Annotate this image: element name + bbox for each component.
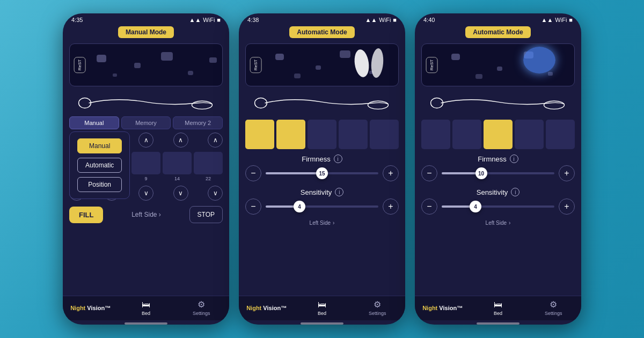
space-scene-1: ReST <box>69 43 223 86</box>
dropdown-manual[interactable]: Manual <box>77 138 122 153</box>
firmness-track-3[interactable]: 10 <box>442 172 554 174</box>
firmness-info-2[interactable]: i <box>334 155 342 163</box>
zones-container-3 <box>421 120 575 149</box>
zone-p3-4 <box>515 120 544 149</box>
bed-icon-3: 🛏 <box>494 300 502 310</box>
left-side-row-3[interactable]: Left Side › <box>415 218 581 228</box>
nav-nightvision-2[interactable]: Night Vision™ <box>239 305 294 311</box>
left-side-1[interactable]: Left Side › <box>107 211 185 218</box>
zone-bar-p2-4 <box>339 120 368 149</box>
zone-bar-p3-5 <box>546 120 575 149</box>
wifi-3: WiFi <box>555 17 567 23</box>
down-arrow-5[interactable]: ∨ <box>208 186 223 201</box>
zone-p2-3 <box>308 120 336 149</box>
bottom-action-1: FILL Left Side › STOP <box>69 206 223 223</box>
zone-bar-p3-4 <box>515 120 544 149</box>
nav-bed-label-3: Bed <box>494 311 502 316</box>
zone-p2-2 <box>276 120 305 149</box>
sensitivity-info-2[interactable]: i <box>335 188 343 196</box>
stop-button[interactable]: STOP <box>189 206 223 223</box>
firmness-info-3[interactable]: i <box>510 155 518 163</box>
battery-3: ■ <box>569 17 573 23</box>
zone-bar-p3-1 <box>421 120 450 149</box>
sensitivity-info-3[interactable]: i <box>511 188 519 196</box>
sensitivity-section-2: Sensitivity i − 4 + <box>245 188 399 215</box>
nav-settings-2[interactable]: ⚙ Settings <box>350 299 405 316</box>
zone-label-4: 14 <box>163 176 192 181</box>
zone-4: 14 <box>163 152 192 181</box>
svg-point-1 <box>192 101 213 109</box>
firmness-plus-2[interactable]: + <box>383 165 399 181</box>
sensitivity-plus-3[interactable]: + <box>559 199 575 215</box>
nav-nightvision-1[interactable]: Night Vision™ <box>63 305 118 311</box>
nav-bed-label-2: Bed <box>318 311 326 316</box>
up-arrow-4[interactable]: ∧ <box>173 133 188 148</box>
time-3: 4:40 <box>423 17 435 23</box>
time-2: 4:38 <box>247 17 259 23</box>
status-icons-1: ▲▲ WiFi ■ <box>189 17 221 23</box>
dropdown-automatic[interactable]: Automatic <box>77 158 122 173</box>
firmness-section-2: Firmness i − 15 + <box>245 155 399 181</box>
firmness-label-3: Firmness i <box>421 155 575 163</box>
zone-5: 22 <box>194 152 223 181</box>
home-indicator-2 <box>301 322 343 325</box>
status-bar-2: 4:38 ▲▲ WiFi ■ <box>239 13 405 24</box>
fill-button[interactable]: FILL <box>69 207 103 223</box>
bottom-nav-1: Night Vision™ 🛏 Bed ⚙ Settings <box>63 296 229 320</box>
bottom-nav-2: Night Vision™ 🛏 Bed ⚙ Settings <box>239 296 405 320</box>
mode-button-1[interactable]: Manual Mode <box>118 26 174 38</box>
left-side-row-2[interactable]: Left Side › <box>239 218 405 228</box>
status-icons-2: ▲▲ WiFi ■ <box>365 17 397 23</box>
zone-p3-1 <box>421 120 450 149</box>
phone-2: 4:38 ▲▲ WiFi ■ Automatic Mode ReST <box>239 13 405 325</box>
nav-bed-1[interactable]: 🛏 Bed <box>118 300 173 316</box>
sensitivity-plus-2[interactable]: + <box>383 199 399 215</box>
zone-bar-4 <box>163 152 192 174</box>
sensitivity-minus-3[interactable]: − <box>421 199 437 215</box>
up-arrow-5[interactable]: ∧ <box>208 133 223 148</box>
firmness-plus-3[interactable]: + <box>559 165 575 181</box>
zone-bar-3 <box>131 152 160 174</box>
zone-p3-3 <box>484 120 513 149</box>
bottom-nav-3: Night Vision™ 🛏 Bed ⚙ Settings <box>415 296 581 320</box>
mode-button-2[interactable]: Automatic Mode <box>289 26 354 38</box>
sensitivity-label-3: Sensitivity i <box>421 188 575 196</box>
sensitivity-minus-2[interactable]: − <box>245 199 261 215</box>
nav-settings-1[interactable]: ⚙ Settings <box>174 299 229 316</box>
phone-1: 4:35 ▲▲ WiFi ■ Manual Mode ReST Manual <box>63 13 229 325</box>
nav-settings-label-2: Settings <box>369 311 386 316</box>
nav-settings-3[interactable]: ⚙ Settings <box>526 299 581 316</box>
nav-bed-2[interactable]: 🛏 Bed <box>294 300 349 316</box>
mode-dropdown: Manual Automatic Position <box>69 131 130 199</box>
up-arrow-3[interactable]: ∧ <box>138 133 153 148</box>
zone-bar-5 <box>194 152 223 174</box>
sensitivity-track-2[interactable]: 4 <box>266 205 378 208</box>
status-bar-3: 4:40 ▲▲ WiFi ■ <box>415 13 581 24</box>
nav-brand-2: Night Vision™ <box>246 305 287 311</box>
firmness-minus-2[interactable]: − <box>245 165 261 181</box>
sensitivity-track-3[interactable]: 4 <box>442 205 554 208</box>
nav-settings-label-3: Settings <box>545 311 562 316</box>
down-arrow-4[interactable]: ∨ <box>173 186 188 201</box>
nav-bed-3[interactable]: 🛏 Bed <box>470 300 525 316</box>
firmness-track-2[interactable]: 15 <box>266 172 378 174</box>
down-arrow-3[interactable]: ∨ <box>138 186 153 201</box>
tab-memory2[interactable]: Memory 2 <box>173 116 223 129</box>
signal-1: ▲▲ <box>189 17 201 23</box>
mode-button-3[interactable]: Automatic Mode <box>465 26 530 38</box>
sensitivity-label-2: Sensitivity i <box>245 188 399 196</box>
tab-memory[interactable]: Memory <box>121 116 171 129</box>
dropdown-position[interactable]: Position <box>77 177 122 192</box>
firmness-thumb-2: 15 <box>316 167 328 179</box>
zone-bar-p3-2 <box>452 120 481 149</box>
gear-icon-2: ⚙ <box>374 299 381 310</box>
sensitivity-slider-row-3: − 4 + <box>421 199 575 215</box>
nav-nightvision-3[interactable]: Night Vision™ <box>415 305 470 311</box>
zone-p3-5 <box>546 120 575 149</box>
tab-manual[interactable]: Manual <box>69 116 119 129</box>
signal-3: ▲▲ <box>541 17 553 23</box>
firmness-slider-row-3: − 10 + <box>421 165 575 181</box>
firmness-minus-3[interactable]: − <box>421 165 437 181</box>
battery-1: ■ <box>217 17 221 23</box>
status-icons-3: ▲▲ WiFi ■ <box>541 17 573 23</box>
